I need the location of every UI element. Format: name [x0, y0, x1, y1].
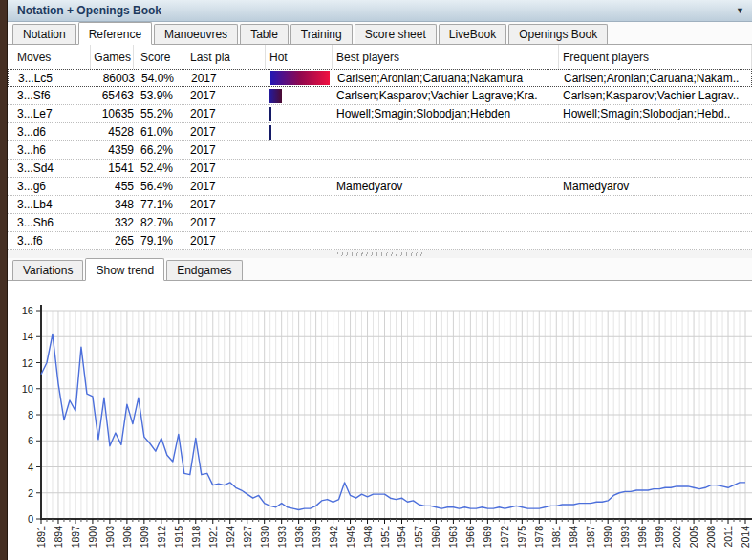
tab-livebook[interactable]: LiveBook	[439, 24, 506, 44]
svg-text:1894: 1894	[53, 526, 64, 549]
tab-training[interactable]: Training	[290, 24, 353, 44]
cell-best-players: Mamedyarov	[333, 180, 559, 193]
sub-tabstrip: Variations Show trend Endgames	[8, 258, 752, 281]
tab-table[interactable]: Table	[240, 24, 289, 44]
table-row[interactable]: 3...Sh6 332 82.7% 2017	[8, 214, 752, 232]
svg-text:1993: 1993	[619, 526, 631, 549]
cell-games: 1541	[91, 162, 134, 175]
tab-endgames[interactable]: Endgames	[166, 260, 242, 280]
svg-text:1948: 1948	[362, 526, 374, 549]
tab-variations[interactable]: Variations	[12, 260, 83, 280]
svg-text:1903: 1903	[104, 526, 116, 549]
svg-text:1945: 1945	[345, 526, 356, 549]
cell-hot	[266, 87, 333, 104]
svg-text:8: 8	[28, 409, 33, 420]
column-header-moves[interactable]: Moves	[8, 45, 91, 69]
svg-text:1942: 1942	[328, 526, 339, 549]
cell-last-played: 2017	[183, 180, 266, 193]
svg-text:14: 14	[22, 331, 33, 342]
cell-last-played: 2017	[183, 125, 266, 139]
hot-bar	[269, 89, 282, 103]
cell-hot	[266, 123, 333, 140]
tab-openings-book[interactable]: Openings Book	[508, 24, 608, 44]
svg-text:1966: 1966	[464, 526, 476, 549]
cell-best-players: Carlsen;Kasparov;Vachier Lagrave;Kra.	[333, 89, 559, 102]
chessboard-panel-edge	[0, 0, 8, 560]
cell-moves: 3...Sd4	[8, 162, 91, 175]
svg-text:0: 0	[28, 513, 33, 525]
table-row[interactable]: 3...g6 455 56.4% 2017 Mamedyarov Mamedya…	[8, 178, 752, 196]
cell-frequent-players: Howell;Smagin;Slobodjan;Hebd..	[559, 107, 752, 120]
cell-last-played: 2017	[183, 89, 266, 102]
cell-score: 54.0%	[135, 72, 184, 85]
cell-last-played: 2017	[184, 72, 267, 85]
cell-hot	[266, 232, 333, 249]
cell-games: 332	[91, 216, 134, 229]
svg-text:16: 16	[22, 305, 33, 316]
cell-last-played: 2017	[183, 107, 266, 120]
column-header-hot[interactable]: Hot	[266, 45, 333, 69]
svg-text:1906: 1906	[121, 526, 133, 549]
cell-moves: 3...Sf6	[8, 89, 91, 102]
cell-last-played: 2017	[183, 216, 266, 229]
svg-text:1984: 1984	[568, 526, 579, 549]
table-row[interactable]: 3...f6 265 79.1% 2017	[8, 232, 752, 250]
cell-frequent-players: Carlsen;Kasparov;Vachier Lagrav..	[559, 89, 752, 102]
cell-score: 77.1%	[134, 198, 183, 211]
table-row[interactable]: 3...Lc5 86003 54.0% 2017 Carlsen;Aronian…	[8, 69, 752, 87]
cell-hot	[266, 178, 333, 195]
svg-text:1936: 1936	[293, 526, 305, 549]
tab-notation[interactable]: Notation	[12, 24, 76, 44]
horizontal-splitter[interactable]	[8, 250, 752, 258]
table-row[interactable]: 3...Lb4 348 77.1% 2017	[8, 196, 752, 214]
svg-text:1960: 1960	[430, 526, 441, 549]
svg-text:1969: 1969	[482, 526, 493, 549]
svg-text:2008: 2008	[705, 526, 717, 549]
cell-hot	[266, 141, 333, 159]
notation-openings-window: Notation + Openings Book ▼ Notation Refe…	[8, 0, 752, 560]
column-header-frequent-players[interactable]: Frequent players	[559, 45, 752, 69]
cell-games: 86003	[92, 72, 135, 85]
trend-chart: 0246810121416189118941897190019031906190…	[8, 286, 752, 560]
svg-text:1978: 1978	[533, 526, 545, 549]
svg-text:1900: 1900	[87, 526, 98, 549]
table-row[interactable]: 3...Le7 10635 55.2% 2017 Howell;Smagin;S…	[8, 105, 752, 123]
tab-score-sheet[interactable]: Score sheet	[355, 24, 437, 44]
column-header-last-played[interactable]: Last pla	[183, 45, 266, 69]
tab-show-trend[interactable]: Show trend	[85, 258, 164, 281]
svg-text:1990: 1990	[602, 526, 613, 549]
svg-text:1915: 1915	[173, 526, 184, 549]
svg-text:1918: 1918	[190, 526, 202, 549]
column-header-best-players[interactable]: Best players	[333, 45, 559, 69]
svg-text:1975: 1975	[516, 526, 527, 549]
cell-moves: 3...Sh6	[8, 216, 91, 229]
svg-text:1927: 1927	[242, 526, 253, 549]
table-header-row: Moves Games Score Last pla Hot Best play…	[8, 45, 752, 69]
svg-text:2002: 2002	[671, 526, 682, 549]
table-row[interactable]: 3...Sf6 65463 53.9% 2017 Carlsen;Kasparo…	[8, 87, 752, 105]
svg-text:1972: 1972	[499, 526, 510, 549]
cell-games: 10635	[91, 107, 134, 120]
cell-moves: 3...Lb4	[8, 198, 91, 211]
cell-games: 455	[91, 180, 134, 193]
table-row[interactable]: 3...d6 4528 61.0% 2017	[8, 123, 752, 141]
table-row[interactable]: 3...Sd4 1541 52.4% 2017	[8, 160, 752, 178]
svg-text:1897: 1897	[70, 526, 81, 549]
hot-bar	[269, 125, 271, 140]
tab-reference[interactable]: Reference	[78, 22, 152, 45]
svg-text:1951: 1951	[379, 526, 391, 549]
tab-manoeuvres[interactable]: Manoeuvres	[154, 24, 238, 44]
column-header-score[interactable]: Score	[134, 45, 183, 69]
window-title: Notation + Openings Book	[17, 4, 161, 17]
svg-text:1891: 1891	[35, 526, 47, 549]
column-header-games[interactable]: Games	[91, 45, 134, 69]
cell-score: 56.4%	[134, 180, 183, 193]
window-menu-dropdown-icon[interactable]: ▼	[736, 6, 744, 15]
chart-panel: 0246810121416189118941897190019031906190…	[8, 286, 752, 560]
table-row[interactable]: 3...h6 4359 66.2% 2017	[8, 141, 752, 160]
svg-text:1957: 1957	[413, 526, 424, 549]
cell-games: 4528	[91, 125, 134, 139]
cell-moves: 3...d6	[8, 125, 91, 139]
cell-score: 82.7%	[134, 216, 183, 229]
cell-games: 348	[91, 198, 134, 211]
